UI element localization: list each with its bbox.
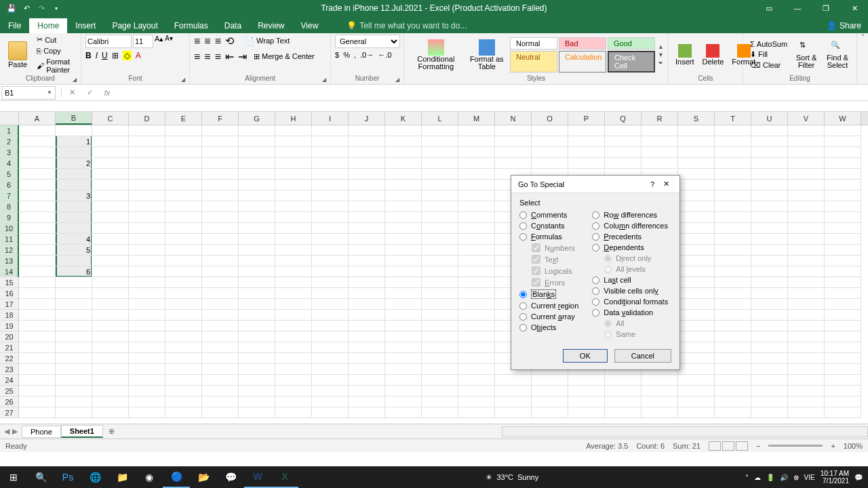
- cell-F5[interactable]: [202, 169, 239, 180]
- cell-I9[interactable]: [312, 212, 349, 223]
- cell-M4[interactable]: [458, 158, 495, 169]
- cell-H6[interactable]: [275, 180, 312, 190]
- radio-constants[interactable]: Constants: [519, 222, 578, 230]
- cell-G17[interactable]: [239, 299, 275, 310]
- cell-K7[interactable]: [385, 190, 422, 201]
- cell-P25[interactable]: [568, 386, 605, 396]
- cell-D9[interactable]: [129, 212, 165, 223]
- cell-K14[interactable]: [385, 266, 422, 277]
- cell-L17[interactable]: [422, 299, 458, 310]
- network-icon[interactable]: ⊗: [793, 474, 799, 481]
- ribbon-display-icon[interactable]: ▭: [755, 0, 783, 16]
- cell-L18[interactable]: [422, 310, 458, 321]
- cell-G18[interactable]: [239, 310, 275, 321]
- col-header-D[interactable]: D: [129, 112, 165, 125]
- cell-V23[interactable]: [788, 364, 825, 375]
- decrease-decimal-icon[interactable]: ←.0: [378, 51, 391, 59]
- cell-I23[interactable]: [312, 364, 349, 375]
- cell-S9[interactable]: [678, 212, 715, 223]
- save-icon[interactable]: 💾: [7, 3, 16, 13]
- cell-A27[interactable]: [19, 407, 56, 418]
- cell-V20[interactable]: [788, 331, 825, 342]
- cell-F7[interactable]: [202, 190, 239, 201]
- cell-C16[interactable]: [92, 288, 129, 299]
- cell-U20[interactable]: [751, 331, 788, 342]
- cell-F12[interactable]: [202, 245, 239, 256]
- cell-G10[interactable]: [239, 223, 275, 234]
- style-normal[interactable]: Normal: [510, 37, 557, 49]
- cell-M19[interactable]: [458, 321, 495, 331]
- cell-W14[interactable]: [825, 266, 861, 277]
- radio-precedents[interactable]: Precedents: [592, 232, 668, 241]
- cell-B12[interactable]: 5: [56, 245, 92, 256]
- cell-L5[interactable]: [422, 169, 458, 180]
- cell-S5[interactable]: [678, 169, 715, 180]
- cell-I17[interactable]: [312, 299, 349, 310]
- cell-K4[interactable]: [385, 158, 422, 169]
- cell-J8[interactable]: [349, 201, 385, 212]
- cell-P24[interactable]: [568, 375, 605, 386]
- cell-T19[interactable]: [715, 321, 751, 331]
- cell-K22[interactable]: [385, 353, 422, 364]
- cell-M13[interactable]: [458, 256, 495, 266]
- cell-T27[interactable]: [715, 407, 751, 418]
- cell-C19[interactable]: [92, 321, 129, 331]
- cell-H25[interactable]: [275, 386, 312, 396]
- cell-L1[interactable]: [422, 125, 458, 136]
- cell-E8[interactable]: [165, 201, 202, 212]
- cell-S22[interactable]: [678, 353, 715, 364]
- battery-icon[interactable]: 🔋: [766, 474, 774, 481]
- cell-I4[interactable]: [312, 158, 349, 169]
- cell-M22[interactable]: [458, 353, 495, 364]
- cell-I2[interactable]: [312, 136, 349, 147]
- cell-L14[interactable]: [422, 266, 458, 277]
- cell-R4[interactable]: [642, 158, 678, 169]
- cell-W8[interactable]: [825, 201, 861, 212]
- cell-K23[interactable]: [385, 364, 422, 375]
- cell-W9[interactable]: [825, 212, 861, 223]
- cell-S11[interactable]: [678, 234, 715, 245]
- cell-C17[interactable]: [92, 299, 129, 310]
- folder-icon[interactable]: 📂: [190, 466, 217, 488]
- cell-W23[interactable]: [825, 364, 861, 375]
- cell-G27[interactable]: [239, 407, 275, 418]
- cell-H23[interactable]: [275, 364, 312, 375]
- cell-I22[interactable]: [312, 353, 349, 364]
- cell-S10[interactable]: [678, 223, 715, 234]
- col-header-I[interactable]: I: [312, 112, 349, 125]
- cell-T23[interactable]: [715, 364, 751, 375]
- cell-S1[interactable]: [678, 125, 715, 136]
- cell-W4[interactable]: [825, 158, 861, 169]
- name-box[interactable]: B1 ▼: [1, 86, 56, 100]
- cell-W6[interactable]: [825, 180, 861, 190]
- cell-N25[interactable]: [495, 386, 532, 396]
- cell-I14[interactable]: [312, 266, 349, 277]
- cell-F11[interactable]: [202, 234, 239, 245]
- sheet-nav[interactable]: ◀▶: [0, 427, 22, 436]
- cell-L10[interactable]: [422, 223, 458, 234]
- zoom-out-icon[interactable]: −: [756, 442, 760, 450]
- formula-input[interactable]: [117, 86, 868, 100]
- cell-M24[interactable]: [458, 375, 495, 386]
- cell-G3[interactable]: [239, 147, 275, 158]
- cell-U2[interactable]: [751, 136, 788, 147]
- horizontal-scrollbar[interactable]: [502, 426, 868, 437]
- cell-U27[interactable]: [751, 407, 788, 418]
- cell-C26[interactable]: [92, 396, 129, 407]
- col-header-P[interactable]: P: [568, 112, 605, 125]
- cell-G15[interactable]: [239, 277, 275, 288]
- cell-H24[interactable]: [275, 375, 312, 386]
- cell-E12[interactable]: [165, 245, 202, 256]
- cell-B15[interactable]: [56, 277, 92, 288]
- cell-B1[interactable]: [56, 125, 92, 136]
- cell-V17[interactable]: [788, 299, 825, 310]
- cell-I19[interactable]: [312, 321, 349, 331]
- col-header-R[interactable]: R: [642, 112, 678, 125]
- enter-formula-icon[interactable]: ✓: [83, 88, 96, 97]
- col-header-C[interactable]: C: [92, 112, 129, 125]
- cell-G6[interactable]: [239, 180, 275, 190]
- italic-button[interactable]: I: [96, 51, 98, 60]
- font-launcher-icon[interactable]: ◢: [181, 77, 188, 83]
- cell-Q1[interactable]: [605, 125, 642, 136]
- cell-A16[interactable]: [19, 288, 56, 299]
